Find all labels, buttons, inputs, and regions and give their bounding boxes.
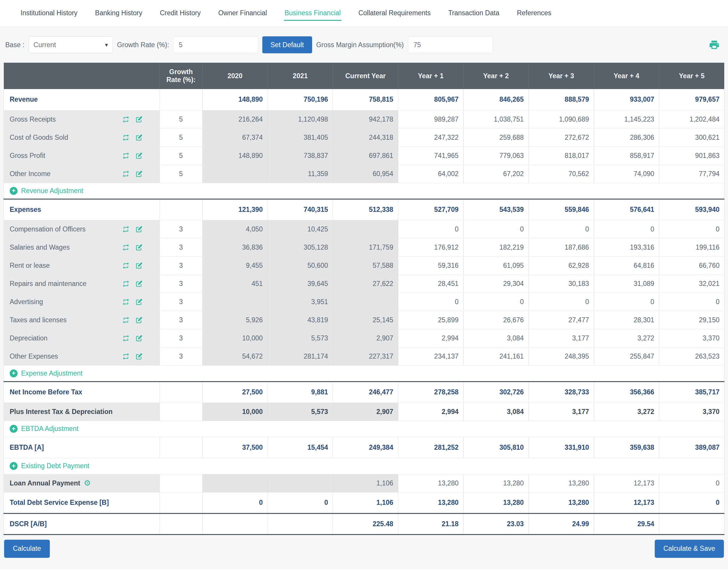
value-cell: 3,370 bbox=[659, 329, 725, 347]
gear-icon[interactable]: ⚙ bbox=[84, 479, 91, 487]
column-header-year-5: Year + 5 bbox=[659, 63, 725, 89]
edit-icon[interactable] bbox=[135, 352, 143, 361]
add-expense-adjustment-link[interactable]: +Expense Adjustment bbox=[10, 370, 83, 377]
row-label: Expenses bbox=[10, 206, 41, 213]
value-cell: 3,370 bbox=[659, 403, 725, 421]
repeat-icon[interactable] bbox=[122, 243, 130, 251]
row-label: Revenue bbox=[10, 95, 38, 104]
add-ebtda-adjustment-link[interactable]: +EBTDA Adjustment bbox=[10, 425, 79, 433]
growth-rate-cell[interactable]: 3 bbox=[160, 293, 202, 311]
repeat-icon[interactable] bbox=[122, 280, 130, 288]
value-cell: 36,836 bbox=[202, 238, 268, 256]
add-revenue-adjustment-link[interactable]: +Revenue Adjustment bbox=[10, 187, 83, 195]
printer-icon[interactable] bbox=[709, 39, 720, 50]
growth-rate-label: Growth Rate (%): bbox=[117, 41, 169, 49]
value-cell: 0 bbox=[464, 220, 529, 238]
repeat-icon[interactable] bbox=[122, 134, 130, 142]
repeat-icon[interactable] bbox=[122, 225, 130, 233]
value-cell: 5,926 bbox=[202, 311, 268, 329]
edit-icon[interactable] bbox=[135, 170, 143, 178]
tab-banking-history[interactable]: Banking History bbox=[94, 6, 143, 21]
growth-rate-cell[interactable]: 3 bbox=[160, 347, 202, 365]
value-cell: 979,657 bbox=[659, 89, 725, 110]
value-cell: 148,890 bbox=[202, 89, 268, 110]
tab-business-financial[interactable]: Business Financial bbox=[284, 6, 341, 21]
row-label-cell: Salaries and Wages bbox=[4, 238, 160, 256]
edit-icon[interactable] bbox=[135, 334, 143, 342]
growth-rate-cell[interactable]: 3 bbox=[160, 311, 202, 329]
value-cell: 779,063 bbox=[464, 146, 529, 165]
value-cell bbox=[268, 474, 333, 492]
row-actions bbox=[122, 352, 143, 361]
row-depreciation: Depreciation310,0005,5732,9072,9943,0843… bbox=[4, 329, 725, 347]
gross-margin-input[interactable] bbox=[408, 36, 493, 53]
repeat-icon[interactable] bbox=[122, 316, 130, 324]
repeat-icon[interactable] bbox=[122, 352, 130, 361]
column-header-year-1: Year + 1 bbox=[398, 63, 464, 89]
value-cell: 3,177 bbox=[529, 329, 594, 347]
growth-rate-cell[interactable]: 3 bbox=[160, 329, 202, 347]
value-cell: 305,128 bbox=[268, 238, 333, 256]
growth-rate-cell[interactable]: 3 bbox=[160, 220, 202, 238]
edit-icon[interactable] bbox=[135, 280, 143, 288]
edit-icon[interactable] bbox=[135, 225, 143, 233]
repeat-icon[interactable] bbox=[122, 334, 130, 342]
edit-icon[interactable] bbox=[135, 316, 143, 324]
value-cell: 0 bbox=[659, 474, 725, 492]
edit-icon[interactable] bbox=[135, 152, 143, 160]
edit-icon[interactable] bbox=[135, 298, 143, 306]
add-existing-debt-payment-link[interactable]: +Existing Debt Payment bbox=[10, 462, 89, 470]
row-label-cell: Total Debt Service Expense [B] bbox=[4, 492, 160, 513]
value-cell: 593,940 bbox=[659, 199, 725, 220]
repeat-icon[interactable] bbox=[122, 152, 130, 160]
tab-transaction-data[interactable]: Transaction Data bbox=[448, 6, 500, 21]
row-existing-debt-payment: +Existing Debt Payment bbox=[4, 458, 725, 474]
calculate-button[interactable]: Calculate bbox=[4, 540, 50, 558]
value-cell: 27,622 bbox=[333, 275, 398, 293]
growth-rate-cell[interactable]: 5 bbox=[160, 165, 202, 183]
value-cell: 64,002 bbox=[398, 165, 464, 183]
value-cell: 27,500 bbox=[202, 381, 268, 403]
tab-institutional-history[interactable]: Institutional History bbox=[20, 6, 78, 21]
growth-rate-cell[interactable]: 3 bbox=[160, 275, 202, 293]
edit-icon[interactable] bbox=[135, 243, 143, 251]
calculate-save-button[interactable]: Calculate & Save bbox=[655, 540, 724, 558]
growth-rate-cell[interactable]: 5 bbox=[160, 146, 202, 165]
plus-circle-icon: + bbox=[10, 370, 18, 377]
growth-rate-input[interactable] bbox=[173, 36, 258, 53]
repeat-icon[interactable] bbox=[122, 262, 130, 269]
value-cell: 57,588 bbox=[333, 256, 398, 275]
row-ebtda-adjustment: +EBTDA Adjustment bbox=[4, 421, 725, 437]
repeat-icon[interactable] bbox=[122, 170, 130, 178]
growth-rate-cell[interactable]: 5 bbox=[160, 128, 202, 146]
value-cell: 247,322 bbox=[398, 128, 464, 146]
growth-rate-cell[interactable]: 3 bbox=[160, 238, 202, 256]
edit-icon[interactable] bbox=[135, 262, 143, 269]
set-default-button[interactable]: Set Default bbox=[262, 36, 312, 53]
value-cell: 305,810 bbox=[464, 437, 529, 458]
value-cell: 67,374 bbox=[202, 128, 268, 146]
tab-credit-history[interactable]: Credit History bbox=[159, 6, 201, 21]
value-cell: 26,676 bbox=[464, 311, 529, 329]
tab-references[interactable]: References bbox=[516, 6, 552, 21]
tab-owner-financial[interactable]: Owner Financial bbox=[218, 6, 268, 21]
value-cell: 244,318 bbox=[333, 128, 398, 146]
column-header-year-4: Year + 4 bbox=[594, 63, 659, 89]
row-taxes-and-licenses: Taxes and licenses35,92643,81925,14525,8… bbox=[4, 311, 725, 329]
value-cell: 66,760 bbox=[659, 256, 725, 275]
tab-collateral-requirements[interactable]: Collateral Requirements bbox=[358, 6, 431, 21]
edit-icon[interactable] bbox=[135, 115, 143, 123]
value-cell: 3,177 bbox=[529, 403, 594, 421]
growth-rate-cell bbox=[160, 513, 202, 535]
edit-icon[interactable] bbox=[135, 134, 143, 142]
repeat-icon[interactable] bbox=[122, 115, 130, 123]
growth-rate-cell[interactable]: 5 bbox=[160, 110, 202, 128]
value-cell: 187,686 bbox=[529, 238, 594, 256]
growth-rate-cell bbox=[160, 381, 202, 403]
growth-rate-cell[interactable]: 3 bbox=[160, 256, 202, 275]
base-select[interactable]: Current ▾ bbox=[28, 36, 113, 53]
repeat-icon[interactable] bbox=[122, 298, 130, 306]
value-cell: 5,573 bbox=[268, 403, 333, 421]
value-cell: 901,863 bbox=[659, 146, 725, 165]
value-cell: 356,366 bbox=[594, 381, 659, 403]
